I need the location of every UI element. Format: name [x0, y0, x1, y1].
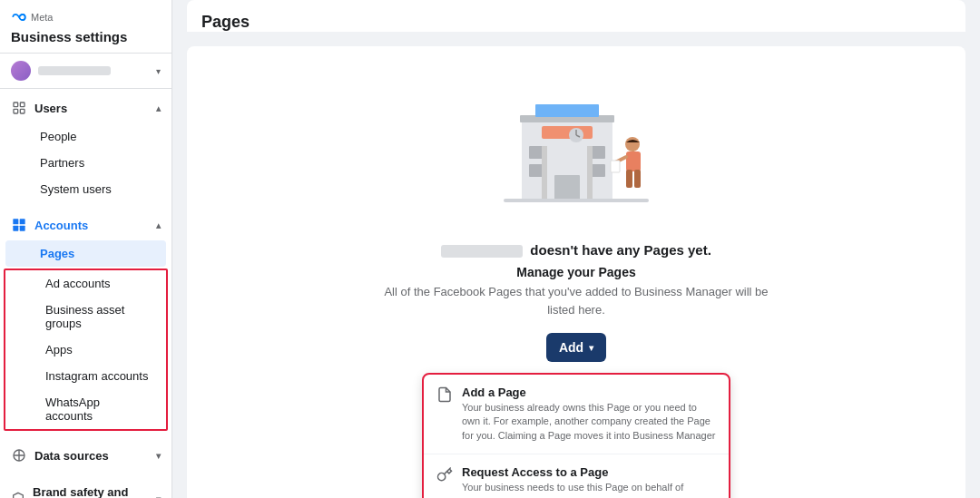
accounts-icon: [11, 217, 27, 233]
meta-logo-icon: [11, 9, 27, 25]
svg-point-36: [625, 137, 640, 151]
svg-rect-27: [591, 146, 605, 159]
brand-safety-icon: [11, 491, 25, 498]
svg-rect-25: [529, 146, 544, 159]
svg-rect-3: [20, 109, 24, 113]
svg-rect-26: [529, 164, 544, 177]
page-title: Pages: [187, 0, 965, 32]
accounts-label: Accounts: [34, 219, 88, 232]
users-section: Users ▴ People Partners System users: [0, 89, 172, 206]
sidebar-item-whatsapp-accounts[interactable]: WhatsApp accounts: [11, 389, 161, 429]
add-page-desc: Your business already owns this Page or …: [462, 401, 716, 443]
svg-rect-23: [535, 104, 599, 117]
dropdown-item-add-page[interactable]: Add a Page Your business already owns th…: [424, 375, 729, 454]
empty-title: doesn't have any Pages yet.: [441, 242, 711, 258]
svg-rect-35: [504, 199, 649, 202]
svg-rect-2: [14, 109, 18, 113]
manage-label: Manage your Pages: [516, 265, 636, 279]
empty-state: doesn't have any Pages yet. Manage your …: [358, 233, 794, 498]
svg-rect-5: [20, 219, 25, 224]
users-section-header[interactable]: Users ▴: [0, 93, 172, 123]
app-title: Business settings: [11, 29, 161, 45]
users-chevron-icon: ▴: [156, 103, 161, 113]
account-selector[interactable]: ▾: [0, 54, 172, 89]
manage-desc: All of the Facebook Pages that you've ad…: [377, 283, 776, 318]
sidebar-header: Meta Business settings: [0, 0, 172, 54]
data-sources-label: Data sources: [34, 449, 109, 463]
svg-rect-24: [542, 126, 593, 139]
svg-rect-41: [611, 161, 620, 172]
add-button-chevron-icon: ▾: [589, 343, 593, 353]
sidebar: Meta Business settings ▾ Users: [0, 0, 172, 498]
svg-rect-7: [20, 226, 25, 231]
data-sources-chevron-icon: ▾: [156, 451, 161, 461]
svg-rect-33: [542, 146, 547, 200]
svg-rect-39: [634, 170, 641, 188]
account-chevron-icon: ▾: [156, 66, 161, 76]
business-name-blur: [441, 245, 523, 258]
dropdown-item-request-access[interactable]: Request Access to a Page Your business n…: [424, 454, 729, 498]
accounts-chevron-icon: ▴: [156, 220, 161, 230]
request-access-desc: Your business needs to use this Page on …: [462, 481, 716, 498]
sidebar-item-instagram-accounts[interactable]: Instagram accounts: [11, 363, 161, 389]
sidebar-item-business-asset-groups[interactable]: Business asset groups: [11, 297, 161, 337]
brand-safety-label: Brand safety and suitabil...: [33, 485, 156, 498]
add-button-wrap: Add ▾: [546, 333, 606, 362]
brand-safety-chevron-icon: ▾: [156, 494, 161, 499]
svg-rect-1: [20, 103, 24, 107]
svg-rect-38: [626, 170, 632, 188]
account-avatar: [11, 61, 31, 81]
sidebar-item-apps[interactable]: Apps: [11, 337, 161, 363]
add-dropdown-menu: Add a Page Your business already owns th…: [422, 373, 730, 498]
sidebar-item-partners[interactable]: Partners: [5, 150, 166, 176]
svg-rect-4: [13, 219, 18, 224]
account-name: [38, 66, 111, 75]
meta-logo: Meta: [11, 9, 161, 25]
meta-text: Meta: [31, 12, 53, 23]
svg-rect-37: [626, 151, 641, 171]
add-button[interactable]: Add ▾: [546, 333, 606, 362]
add-page-icon: [436, 386, 453, 403]
users-label: Users: [34, 102, 67, 115]
svg-rect-29: [554, 175, 580, 200]
svg-rect-28: [591, 164, 605, 177]
empty-title-suffix: doesn't have any Pages yet.: [530, 242, 710, 258]
sidebar-item-pages[interactable]: Pages: [5, 240, 166, 267]
svg-rect-0: [14, 103, 18, 107]
sidebar-item-ad-accounts[interactable]: Ad accounts: [11, 270, 161, 297]
request-access-title: Request Access to a Page: [462, 465, 716, 479]
svg-rect-34: [587, 146, 593, 200]
add-page-title: Add a Page: [462, 386, 716, 399]
accounts-section: Accounts ▴ Pages Ad accounts Business as…: [0, 206, 172, 436]
users-icon: [11, 100, 27, 116]
sidebar-item-people[interactable]: People: [5, 123, 166, 150]
data-sources-icon: [11, 447, 27, 464]
main-panel: doesn't have any Pages yet. Manage your …: [187, 46, 965, 498]
add-button-label: Add: [559, 340, 583, 355]
data-sources-section: Data sources ▾: [0, 436, 172, 474]
data-sources-header[interactable]: Data sources ▾: [0, 440, 172, 471]
main-content: Pages: [172, 0, 980, 498]
accounts-section-header[interactable]: Accounts ▴: [0, 210, 172, 240]
svg-rect-6: [13, 226, 18, 231]
brand-safety-section: Brand safety and suitabil... ▾: [0, 474, 172, 498]
building-illustration: [485, 73, 667, 219]
request-access-icon: [436, 466, 453, 483]
brand-safety-header[interactable]: Brand safety and suitabil... ▾: [0, 478, 172, 498]
sidebar-item-system-users[interactable]: System users: [5, 176, 166, 202]
